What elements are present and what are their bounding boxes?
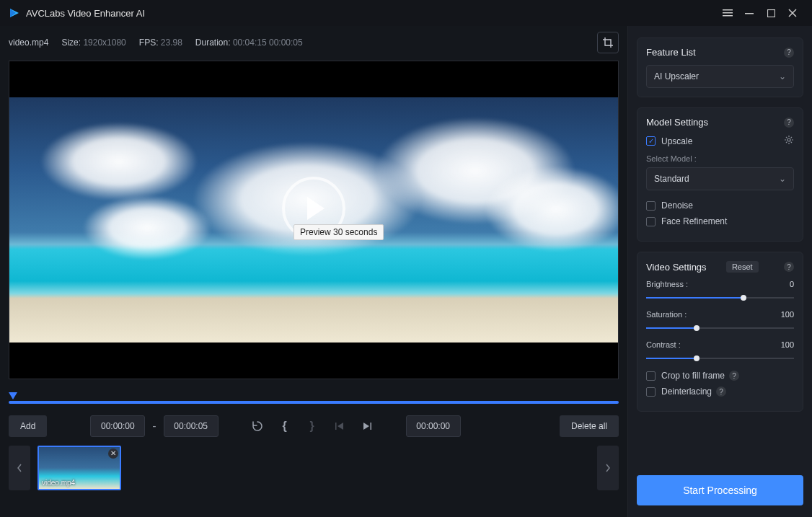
preview-tooltip: Preview 30 seconds [294,224,384,240]
denoise-checkbox[interactable] [646,201,656,211]
current-time-input[interactable]: 00:00:00 [406,415,461,437]
model-settings-title: Model Settings [646,117,708,128]
help-icon[interactable]: ? [729,371,739,381]
duration-value: 00:04:15 [233,37,267,48]
feature-list-panel: Feature List ? AI Upscaler ⌄ [637,37,803,97]
main-area: video.mp4 Size: 1920x1080 FPS: 23.98 Dur… [0,26,627,517]
crop-button[interactable] [597,32,619,53]
add-button[interactable]: Add [9,415,47,437]
cursor-time: 00:00:05 [269,37,303,48]
brightness-label: Brightness : [646,280,688,288]
bracket-left-icon[interactable]: { [275,416,295,436]
saturation-label: Saturation : [646,310,687,319]
deinterlacing-checkbox[interactable] [646,387,656,397]
help-icon[interactable]: ? [784,118,794,128]
chevron-down-icon: ⌄ [779,174,786,184]
video-preview: Preview 30 seconds [9,61,619,379]
bracket-right-icon: } [302,416,322,436]
svg-marker-1 [10,9,16,17]
delete-all-button[interactable]: Delete all [560,415,619,437]
size-label: Size: [61,37,81,48]
help-icon[interactable]: ? [716,386,726,397]
close-icon[interactable] [782,2,803,24]
model-settings-panel: Model Settings ? Upscale Select Model : … [637,107,803,242]
duration-label: Duration: [195,37,231,48]
crop-fill-checkbox[interactable] [646,371,656,381]
filename-label: video.mp4 [9,37,48,48]
timeline[interactable] [9,392,619,404]
controls-row: Add 00:00:00 - 00:00:05 { } 00:00:00 Del… [9,415,619,437]
help-icon[interactable]: ? [784,48,794,58]
app-title: AVCLabs Video Enhancer AI [26,8,145,19]
model-select[interactable]: Standard ⌄ [646,167,794,190]
dash-separator: - [152,420,156,433]
svg-rect-5 [745,13,754,14]
video-settings-title: Video Settings [646,262,707,273]
thumb-prev-button[interactable] [9,446,30,490]
model-select-value: Standard [654,174,689,184]
svg-marker-11 [363,423,369,430]
prev-frame-icon [330,416,350,436]
start-processing-button[interactable]: Start Processing [637,475,803,505]
svg-rect-4 [723,15,733,17]
upscale-label: Upscale [661,136,692,146]
brightness-slider[interactable] [646,293,794,303]
trim-start-input[interactable]: 00:00:00 [90,415,145,437]
face-refinement-checkbox[interactable] [646,217,656,226]
face-refinement-label: Face Refinement [661,216,727,226]
thumbnail-row: ✕ video.mp4 [9,446,619,490]
gear-icon[interactable] [784,135,794,147]
minimize-icon[interactable] [738,2,760,24]
saturation-value: 100 [781,310,794,319]
reset-button[interactable]: Reset [726,261,759,273]
trim-end-input[interactable]: 00:00:05 [164,415,219,437]
feature-list-title: Feature List [646,47,696,58]
app-logo-icon [9,7,20,19]
saturation-slider[interactable] [646,323,794,333]
fps-value: 23.98 [161,37,182,48]
thumb-next-button[interactable] [597,446,619,490]
chevron-down-icon: ⌄ [779,71,786,81]
settings-sidebar: Feature List ? AI Upscaler ⌄ Model Setti… [627,26,812,517]
title-bar: AVCLabs Video Enhancer AI [0,0,812,26]
menu-icon[interactable] [717,2,738,24]
video-settings-panel: Video Settings Reset ? Brightness :0 Sat… [637,252,803,412]
undo-icon[interactable] [247,416,268,436]
fps-label: FPS: [139,37,159,48]
thumb-label: video.mp4 [42,479,75,487]
contrast-value: 100 [781,340,794,349]
crop-fill-label: Crop to fill frame [661,371,725,381]
help-icon[interactable]: ? [784,262,794,272]
svg-marker-10 [337,423,343,430]
select-model-label: Select Model : [646,154,794,163]
contrast-slider[interactable] [646,353,794,363]
thumb-remove-icon[interactable]: ✕ [108,448,118,459]
timeline-marker-icon[interactable] [9,392,17,399]
svg-point-13 [787,138,790,141]
size-value: 1920x1080 [83,37,125,48]
brightness-value: 0 [790,280,794,288]
next-frame-icon[interactable] [357,416,377,436]
denoise-label: Denoise [661,200,693,211]
svg-rect-6 [767,9,775,17]
video-thumbnail[interactable]: ✕ video.mp4 [37,446,121,490]
upscale-checkbox[interactable] [646,136,656,146]
svg-rect-9 [335,423,337,430]
svg-rect-12 [370,423,371,430]
maximize-icon[interactable] [760,2,782,24]
contrast-label: Contrast : [646,340,681,349]
file-meta-row: video.mp4 Size: 1920x1080 FPS: 23.98 Dur… [6,26,622,61]
feature-select-value: AI Upscaler [654,71,699,81]
deinterlacing-label: Deinterlacing [661,386,712,397]
svg-rect-3 [723,12,733,14]
feature-select[interactable]: AI Upscaler ⌄ [646,65,794,88]
svg-rect-2 [723,9,733,11]
